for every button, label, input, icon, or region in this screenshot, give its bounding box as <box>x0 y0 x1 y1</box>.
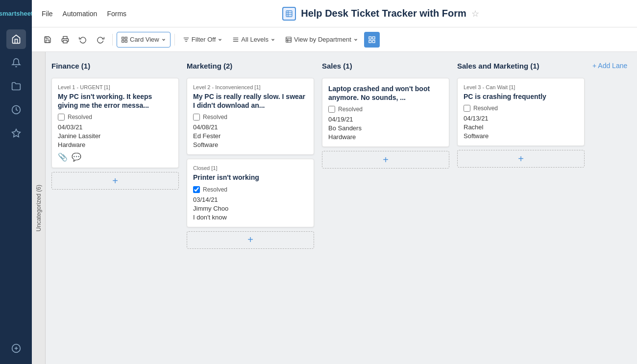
card-sales-1: Laptop crashed and won't boot anymore. N… <box>322 78 449 147</box>
svg-rect-26 <box>372 40 375 43</box>
card-title: PC is crashing frequently <box>464 92 578 101</box>
resolved-checkbox[interactable] <box>58 114 65 121</box>
card-resolved-row: Resolved <box>58 114 172 121</box>
sidebar-add[interactable] <box>6 339 26 358</box>
svg-rect-9 <box>63 40 67 43</box>
levels-button[interactable]: All Levels <box>228 32 279 48</box>
svg-rect-13 <box>122 40 124 42</box>
card-icons: 📎 💬 <box>58 152 172 162</box>
resolved-label: Resolved <box>473 105 498 112</box>
card-level: Level 1 - URGENT [1] <box>58 84 172 90</box>
menu-forms[interactable]: Forms <box>107 8 126 20</box>
menu-automation[interactable]: Automation <box>63 8 98 20</box>
add-lane-area: + Add Lane <box>592 60 627 356</box>
filter-label: Filter Off <box>192 36 216 43</box>
card-title: My PC is really really slow. I swear I d… <box>193 92 308 110</box>
card-resolved-row: Resolved <box>328 106 443 113</box>
sheet-icon <box>282 7 296 21</box>
favorite-star-icon[interactable]: ☆ <box>471 8 479 19</box>
svg-rect-12 <box>125 40 127 42</box>
card-category: Software <box>193 141 308 148</box>
uncategorized-label: Uncategorized (6) <box>35 185 42 231</box>
card-person: Jimmy Choo <box>193 205 308 212</box>
logo: smartsheet <box>0 6 36 25</box>
logo-sheet: sheet <box>16 10 33 17</box>
add-card-marketing[interactable]: + <box>187 231 314 249</box>
undo-button[interactable] <box>75 32 91 48</box>
toolbar: Card View Filter Off All Levels View by … <box>32 27 637 52</box>
card-date: 04/03/21 <box>58 123 172 131</box>
lane-sales: Sales (1) Laptop crashed and won't boot … <box>322 60 449 356</box>
lane-sales-marketing: Sales and Marketing (1) Level 3 - Can Wa… <box>457 60 585 356</box>
card-view-label: Card View <box>130 36 159 43</box>
card-category: I don't know <box>193 214 308 221</box>
card-sales-marketing-1: Level 3 - Can Wait [1] PC is crashing fr… <box>457 78 585 146</box>
levels-label: All Levels <box>241 36 269 43</box>
svg-rect-27 <box>369 40 371 43</box>
header-menu: File Automation Forms <box>42 8 126 20</box>
card-date: 04/13/21 <box>464 115 578 122</box>
lane-marketing: Marketing (2) Level 2 - Inconvenienced [… <box>187 60 314 356</box>
card-view-button[interactable]: Card View <box>117 32 171 48</box>
lane-header-sales-marketing: Sales and Marketing (1) <box>457 60 585 74</box>
lane-cards-sales: Laptop crashed and won't boot anymore. N… <box>322 78 449 147</box>
card-person: Bo Sanders <box>328 124 443 132</box>
card-person: Janine Lassiter <box>58 132 172 140</box>
lane-cards-marketing: Level 2 - Inconvenienced [1] My PC is re… <box>187 78 314 227</box>
lane-cards-finance: Level 1 - URGENT [1] My PC isn't working… <box>51 78 179 168</box>
svg-rect-24 <box>369 37 371 39</box>
attachment-icon[interactable]: 📎 <box>58 152 68 162</box>
card-resolved-row: Resolved <box>193 186 308 193</box>
resolved-checkbox[interactable] <box>193 114 200 121</box>
grid-view-button[interactable] <box>364 32 380 48</box>
uncategorized-column: Uncategorized (6) <box>32 52 46 364</box>
svg-rect-5 <box>286 11 292 17</box>
card-finance-1: Level 1 - URGENT [1] My PC isn't working… <box>51 78 179 168</box>
card-level: Level 3 - Can Wait [1] <box>464 84 578 90</box>
lane-header-marketing: Marketing (2) <box>187 60 314 74</box>
card-person: Rachel <box>464 123 578 131</box>
sidebar-bell[interactable] <box>6 53 26 73</box>
svg-rect-10 <box>122 37 124 39</box>
comment-icon[interactable]: 💬 <box>72 152 81 162</box>
resolved-checkbox[interactable] <box>464 105 470 112</box>
resolved-label: Resolved <box>338 106 363 113</box>
svg-rect-11 <box>125 37 127 39</box>
card-marketing-2: Closed [1] Printer isn't working Resolve… <box>187 159 314 227</box>
menu-file[interactable]: File <box>42 8 53 20</box>
card-level: Level 2 - Inconvenienced [1] <box>193 84 308 90</box>
card-resolved-row: Resolved <box>193 114 308 121</box>
header-title-area: Help Desk Ticket Tracker with Form ☆ <box>134 7 627 21</box>
card-category: Hardware <box>58 141 172 148</box>
sidebar-folder[interactable] <box>6 76 26 96</box>
card-resolved-row: Resolved <box>464 105 578 112</box>
lane-header-sales: Sales (1) <box>322 60 449 74</box>
sidebar-star[interactable] <box>6 123 26 143</box>
lane-cards-sales-marketing: Level 3 - Can Wait [1] PC is crashing fr… <box>457 78 585 146</box>
sidebar-clock[interactable] <box>6 100 26 120</box>
card-title: My PC isn't working. It keeps giving me … <box>58 92 172 110</box>
save-button[interactable] <box>40 32 55 48</box>
main-content: File Automation Forms Help Desk Ticket T… <box>32 0 637 364</box>
svg-marker-1 <box>12 129 20 137</box>
resolved-label: Resolved <box>203 114 227 121</box>
add-card-sales[interactable]: + <box>322 151 449 169</box>
card-category: Hardware <box>328 133 443 141</box>
group-button[interactable]: View by Department <box>281 32 362 48</box>
card-level: Closed [1] <box>193 165 308 171</box>
filter-button[interactable]: Filter Off <box>179 32 227 48</box>
resolved-checkbox[interactable] <box>328 106 335 113</box>
print-button[interactable] <box>57 32 73 48</box>
redo-button[interactable] <box>93 32 108 48</box>
sidebar-home[interactable] <box>6 29 26 49</box>
add-card-finance[interactable]: + <box>51 172 179 190</box>
add-lane-button[interactable]: + Add Lane <box>592 62 627 70</box>
add-card-sales-marketing[interactable]: + <box>457 150 585 168</box>
resolved-checkbox[interactable] <box>193 186 200 193</box>
toolbar-divider-2 <box>174 34 175 46</box>
lane-header-finance: Finance (1) <box>51 60 179 74</box>
lane-finance: Finance (1) Level 1 - URGENT [1] My PC i… <box>51 60 179 356</box>
resolved-label: Resolved <box>68 114 92 121</box>
svg-rect-20 <box>286 37 292 42</box>
group-label: View by Department <box>294 36 351 43</box>
